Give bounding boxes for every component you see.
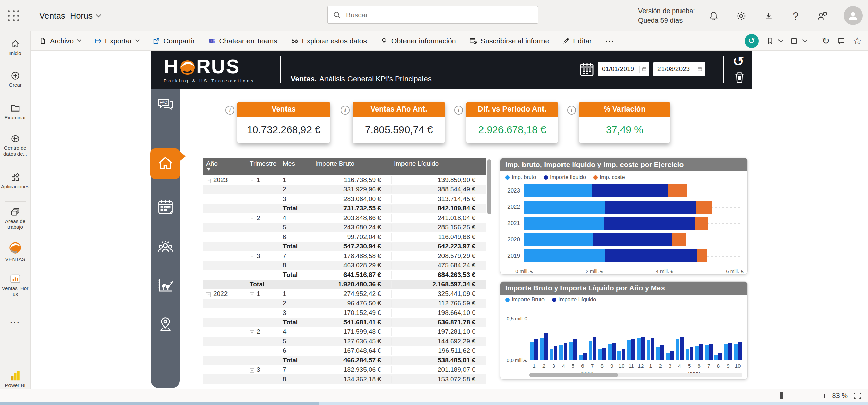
- column-importe-bruto[interactable]: [724, 344, 728, 360]
- legend-item[interactable]: Imp. bruto: [505, 174, 536, 180]
- nav-home-button[interactable]: [151, 154, 180, 173]
- column-header-mes[interactable]: Mes: [280, 158, 313, 167]
- search-input[interactable]: [345, 11, 523, 19]
- bar-segment-imp-coste[interactable]: [672, 233, 686, 246]
- undo-icon[interactable]: ↺: [733, 54, 744, 69]
- chart-scrollbar-thumb[interactable]: [529, 373, 618, 377]
- column-importe-l-quido[interactable]: [738, 342, 742, 360]
- zoom-slider-thumb[interactable]: [780, 392, 783, 399]
- nav-people-button[interactable]: [151, 237, 180, 256]
- column-importe-l-quido[interactable]: [593, 337, 596, 360]
- notifications-bell-icon[interactable]: [707, 9, 720, 22]
- bar-segment-importe-l-quido[interactable]: [604, 217, 695, 230]
- settings-gear-icon[interactable]: [735, 9, 748, 22]
- bookmark-icon[interactable]: [766, 37, 774, 45]
- sidebar-item-aplicaciones[interactable]: Aplicaciones: [0, 172, 31, 189]
- chevron-down-icon[interactable]: [802, 37, 807, 43]
- menu-item-suscribirse-al-informe[interactable]: Suscribirse al informe: [469, 37, 549, 45]
- menu-item-exportar[interactable]: ↦ Exportar: [94, 36, 139, 46]
- collapse-icon[interactable]: −: [206, 179, 211, 183]
- column-importe-bruto[interactable]: [705, 345, 709, 360]
- table-row[interactable]: 699.702,04 €116.049,68 €: [203, 232, 486, 242]
- fit-to-screen-icon[interactable]: [853, 391, 862, 400]
- column-importe-bruto[interactable]: [647, 340, 650, 360]
- table-row[interactable]: 6167.048,64 €196.511,62 €: [203, 346, 486, 356]
- bar-segment-imp-bruto[interactable]: [524, 201, 605, 214]
- menu-item-compartir[interactable]: Compartir: [153, 37, 195, 45]
- table-row[interactable]: Total731.732,55 €842.109,84 €: [203, 204, 486, 213]
- horizontal-scrollbar-thumb[interactable]: [0, 402, 319, 405]
- table-row[interactable]: 5243.680,24 €285.156,25 €: [203, 223, 486, 232]
- table-row[interactable]: −24171.599,48 €197.281,10 €: [203, 327, 486, 337]
- download-icon[interactable]: [762, 9, 775, 22]
- column-importe-bruto[interactable]: [530, 342, 534, 360]
- table-row[interactable]: −2023−11116.738,59 €139.850,90 €: [203, 175, 486, 185]
- nav-analytics-button[interactable]: [151, 276, 180, 294]
- column-importe-bruto[interactable]: [569, 342, 573, 360]
- menu-item-editar[interactable]: Editar: [563, 37, 592, 45]
- column-header-trimestre[interactable]: Trimestre: [247, 158, 280, 167]
- table-row[interactable]: Total547.230,94 €642.223,97 €: [203, 242, 486, 251]
- column-importe-l-quido[interactable]: [564, 343, 567, 360]
- calendar-picker-icon[interactable]: [639, 66, 647, 73]
- column-importe-l-quido[interactable]: [544, 333, 548, 360]
- column-importe-bruto[interactable]: [695, 346, 699, 360]
- column-importe-l-quido[interactable]: [534, 339, 538, 360]
- column-importe-bruto[interactable]: [598, 349, 602, 360]
- column-importe-bruto[interactable]: [589, 341, 592, 360]
- column-importe-l-quido[interactable]: [554, 346, 557, 360]
- favorite-star-icon[interactable]: ☆: [853, 36, 862, 46]
- collapse-icon[interactable]: −: [250, 217, 254, 221]
- table-row[interactable]: −2022−11274.952,42 €325.441,09 €: [203, 289, 486, 299]
- legend-item[interactable]: Importe Líquido: [552, 297, 596, 303]
- table-row[interactable]: Total466.284,57 €538.485,01 €: [203, 356, 486, 365]
- bar-segment-importe-l-quido[interactable]: [605, 201, 696, 214]
- nav-faq-button[interactable]: FAQ: [151, 96, 180, 114]
- column-importe-bruto[interactable]: [666, 353, 670, 360]
- bar-segment-imp-coste[interactable]: [697, 249, 707, 262]
- sidebar-item-inicio[interactable]: Inicio: [0, 39, 31, 56]
- date-from-input[interactable]: 01/01/2019: [598, 62, 649, 76]
- menu-item-chatear-en-teams[interactable]: T Chatear en Teams: [208, 37, 277, 45]
- column-importe-l-quido[interactable]: [622, 349, 625, 360]
- kpi-card-ventas-ano-anterior[interactable]: Ventas Año Ant. 7.805.590,74 €: [353, 102, 445, 143]
- chevron-down-icon[interactable]: [778, 37, 783, 43]
- table-row[interactable]: Total1.920.480,36 €2.168.597,34 €: [203, 280, 486, 289]
- column-header-importe-bruto[interactable]: Importe Bruto: [313, 158, 391, 167]
- kpi-card-ventas[interactable]: Ventas 10.732.268,92 €: [237, 102, 330, 143]
- table-row[interactable]: Total541.681,41 €636.871,78 €: [203, 318, 486, 327]
- legend-item[interactable]: Importe Bruto: [505, 297, 545, 303]
- kpi-card-dif-vs-periodo[interactable]: Dif. vs Periodo Ant. 2.926.678,18 €: [466, 102, 558, 143]
- sidebar-item-centro-de-datos[interactable]: Centro de datos de...: [0, 134, 31, 157]
- column-importe-l-quido[interactable]: [651, 338, 654, 360]
- table-row[interactable]: −37182.935,06 €201.189,07 €: [203, 365, 486, 374]
- sidebar-item-examinar[interactable]: Examinar: [0, 103, 31, 120]
- table-row[interactable]: 8134.362,18 €153.072,58 €: [203, 374, 486, 384]
- feedback-icon[interactable]: [816, 9, 829, 22]
- column-importe-bruto[interactable]: [714, 355, 718, 360]
- table-row[interactable]: Total641.516,87 €684.263,53 €: [203, 270, 486, 280]
- menu-item-archivo[interactable]: Archivo: [39, 37, 81, 45]
- column-importe-bruto[interactable]: [734, 344, 738, 360]
- bar-segment-imp-bruto[interactable]: [524, 217, 604, 230]
- column-importe-bruto[interactable]: [540, 338, 544, 360]
- bar-segment-imp-coste[interactable]: [668, 184, 687, 197]
- sidebar-more-button[interactable]: ···: [0, 319, 31, 327]
- column-importe-bruto[interactable]: [656, 347, 660, 360]
- report-title-dropdown[interactable]: Ventas_Horus: [39, 0, 100, 31]
- column-importe-l-quido[interactable]: [641, 337, 645, 360]
- column-header-importe-l-quido[interactable]: Importe Líquido: [391, 158, 486, 167]
- help-icon[interactable]: ?: [789, 9, 802, 22]
- bar-segment-importe-l-quido[interactable]: [592, 184, 668, 197]
- comment-icon[interactable]: [837, 37, 845, 45]
- info-icon[interactable]: i: [225, 106, 234, 115]
- bar-segment-imp-coste[interactable]: [696, 201, 712, 214]
- bar-segment-importe-l-quido[interactable]: [593, 233, 672, 246]
- collapse-icon[interactable]: −: [250, 330, 254, 335]
- table-row[interactable]: −37178.488,58 €208.579,29 €: [203, 251, 486, 261]
- legend-item[interactable]: Importe líquido: [544, 174, 586, 180]
- column-importe-bruto[interactable]: [579, 355, 583, 360]
- column-importe-l-quido[interactable]: [612, 343, 616, 360]
- menu-more-button[interactable]: ···: [605, 37, 614, 45]
- bar-segment-imp-bruto[interactable]: [524, 184, 592, 197]
